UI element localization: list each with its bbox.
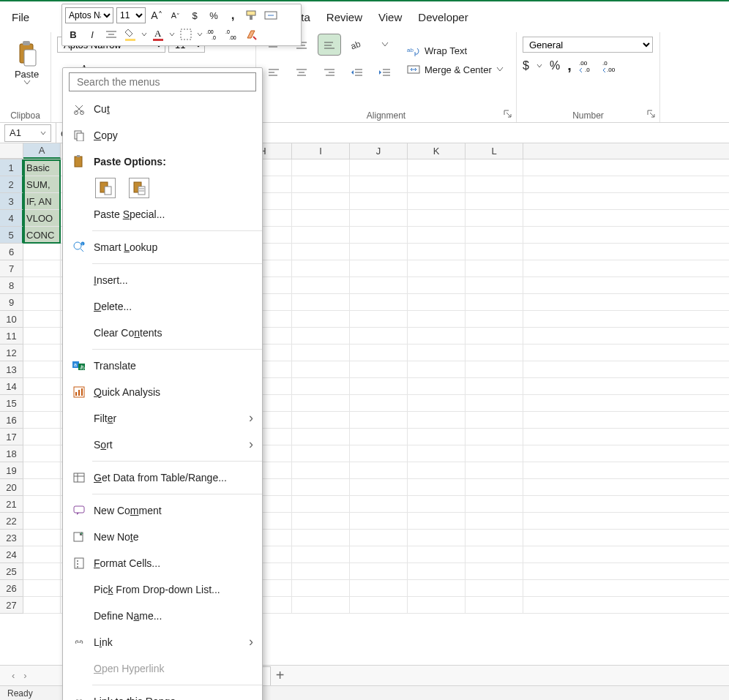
- menu-pick-from-list[interactable]: Pick From Drop-down List...: [63, 576, 262, 603]
- cell[interactable]: [292, 445, 350, 462]
- cell[interactable]: [350, 193, 408, 209]
- cell[interactable]: Basic: [23, 159, 61, 176]
- column-header[interactable]: L: [466, 143, 523, 159]
- cell[interactable]: [408, 513, 466, 529]
- menu-new-comment[interactable]: New Comment: [63, 497, 262, 524]
- cell[interactable]: [466, 260, 523, 276]
- column-header[interactable]: A: [23, 143, 61, 159]
- cell[interactable]: [23, 496, 61, 512]
- cell[interactable]: [466, 277, 523, 293]
- cell[interactable]: [23, 361, 61, 377]
- cell[interactable]: [408, 361, 466, 377]
- cell[interactable]: [350, 496, 408, 512]
- cell[interactable]: [350, 361, 408, 377]
- orientation-button[interactable]: ab: [345, 34, 369, 56]
- row-header[interactable]: 14: [0, 378, 23, 395]
- cell[interactable]: [350, 328, 408, 344]
- decrease-decimal-icon[interactable]: .0.00: [602, 59, 618, 72]
- cell[interactable]: [466, 462, 523, 478]
- cell[interactable]: [292, 159, 350, 176]
- cell[interactable]: [292, 563, 350, 579]
- paste-match-dest-button[interactable]: [129, 178, 149, 198]
- cell[interactable]: [466, 530, 523, 546]
- row-header[interactable]: 25: [0, 563, 23, 580]
- cell[interactable]: [408, 345, 466, 361]
- cell[interactable]: [292, 429, 350, 445]
- menu-link[interactable]: Link: [63, 629, 262, 655]
- cell[interactable]: [408, 530, 466, 546]
- cell[interactable]: [350, 227, 408, 243]
- cell[interactable]: [350, 345, 408, 361]
- percent-icon[interactable]: %: [206, 7, 222, 23]
- cell[interactable]: [350, 580, 408, 596]
- align-bottom-button[interactable]: [318, 34, 341, 56]
- cell[interactable]: [466, 445, 523, 462]
- align-left-button[interactable]: [262, 61, 285, 83]
- cell[interactable]: [408, 429, 466, 445]
- cell[interactable]: [23, 311, 61, 327]
- sheet-prev-icon[interactable]: ‹: [12, 670, 15, 681]
- cell[interactable]: [292, 479, 350, 495]
- row-header[interactable]: 3: [0, 193, 23, 210]
- cell[interactable]: [23, 580, 61, 596]
- row-header[interactable]: 18: [0, 445, 23, 462]
- cell[interactable]: [408, 277, 466, 293]
- cell[interactable]: [408, 580, 466, 596]
- cell[interactable]: [23, 244, 61, 260]
- row-header[interactable]: 13: [0, 361, 23, 378]
- menu-insert[interactable]: Insert...: [63, 267, 262, 293]
- cell[interactable]: [292, 496, 350, 512]
- cell[interactable]: [350, 176, 408, 192]
- row-header[interactable]: 16: [0, 412, 23, 429]
- cell[interactable]: [466, 328, 523, 344]
- font-color-icon[interactable]: A: [150, 26, 166, 42]
- merge-icon[interactable]: [407, 64, 420, 75]
- cell[interactable]: [466, 378, 523, 394]
- cell[interactable]: [350, 462, 408, 478]
- cell[interactable]: [466, 176, 523, 192]
- cell[interactable]: [292, 546, 350, 562]
- column-header[interactable]: K: [408, 143, 466, 159]
- menu-search-input[interactable]: [75, 73, 250, 91]
- cell[interactable]: [350, 277, 408, 293]
- cell[interactable]: [350, 311, 408, 327]
- cell[interactable]: [466, 563, 523, 579]
- cell[interactable]: [350, 429, 408, 445]
- row-header[interactable]: 22: [0, 513, 23, 530]
- row-header[interactable]: 4: [0, 210, 23, 227]
- align-center-button[interactable]: [290, 61, 313, 83]
- cell[interactable]: [292, 244, 350, 260]
- cell[interactable]: [23, 513, 61, 529]
- cell[interactable]: [350, 395, 408, 411]
- cell[interactable]: [292, 378, 350, 394]
- select-all-corner[interactable]: [0, 143, 23, 159]
- italic-button[interactable]: I: [84, 26, 100, 42]
- tab-view[interactable]: View: [378, 11, 402, 23]
- menu-translate[interactable]: aあ Translate: [63, 353, 262, 379]
- cell[interactable]: [350, 530, 408, 546]
- cell[interactable]: [350, 260, 408, 276]
- cell[interactable]: [23, 546, 61, 562]
- row-header[interactable]: 6: [0, 244, 23, 260]
- cell[interactable]: [23, 429, 61, 445]
- cell[interactable]: [23, 445, 61, 462]
- chevron-down-icon[interactable]: [197, 32, 203, 37]
- row-header[interactable]: 2: [0, 176, 23, 193]
- sheet-next-icon[interactable]: ›: [23, 670, 26, 681]
- cell[interactable]: [292, 294, 350, 310]
- cell[interactable]: [408, 395, 466, 411]
- row-header[interactable]: 26: [0, 580, 23, 597]
- row-header[interactable]: 19: [0, 462, 23, 479]
- cell[interactable]: VLOO: [23, 210, 61, 226]
- align-right-button[interactable]: [318, 61, 341, 83]
- paste-keep-source-button[interactable]: [95, 178, 116, 198]
- menu-clear-contents[interactable]: Clear Contents: [63, 320, 262, 346]
- cell[interactable]: [408, 294, 466, 310]
- chevron-down-icon[interactable]: [537, 64, 542, 68]
- fill-color-icon[interactable]: [122, 26, 138, 42]
- chevron-down-icon[interactable]: [23, 80, 31, 86]
- tab-developer[interactable]: Developer: [418, 11, 468, 23]
- cell[interactable]: [23, 412, 61, 428]
- cell[interactable]: [292, 277, 350, 293]
- menu-copy[interactable]: Copy: [63, 122, 262, 148]
